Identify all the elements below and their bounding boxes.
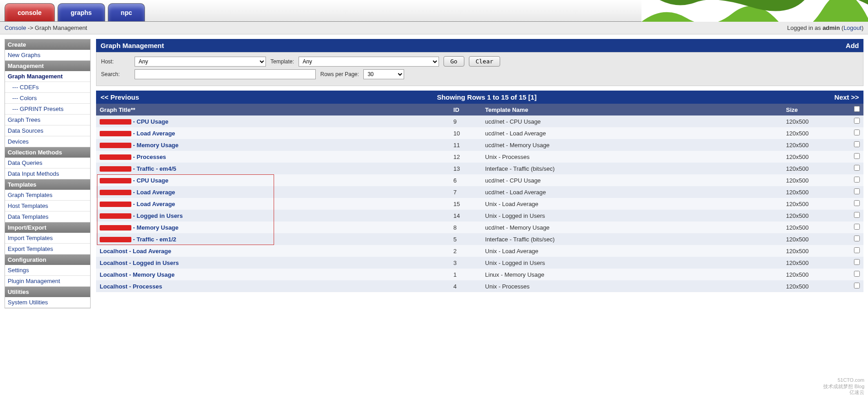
table-row: - Traffic - em1/25Interface - Traffic (b… xyxy=(96,233,863,245)
row-checkbox[interactable] xyxy=(854,177,860,183)
graph-title-link[interactable]: - Traffic - em1/2 xyxy=(100,236,176,243)
redacted-hostname xyxy=(100,154,131,160)
table-row: - Load Average15Unix - Load Average120x5… xyxy=(96,198,863,210)
graph-title-link[interactable]: Localhost - Processes xyxy=(100,283,162,290)
tab-graphs[interactable]: graphs xyxy=(58,3,105,21)
go-button[interactable]: Go xyxy=(444,56,464,67)
logout-link[interactable]: Logout xyxy=(844,24,862,31)
login-user: admin xyxy=(823,24,840,31)
graph-id: 15 xyxy=(450,198,482,210)
breadcrumb-leaf: Graph Management xyxy=(35,24,87,31)
clear-button[interactable]: Clear xyxy=(469,56,500,67)
tab-console[interactable]: console xyxy=(5,3,55,21)
sidebar-item[interactable]: Data Templates xyxy=(5,212,90,222)
sidebar-item[interactable]: --- Colors xyxy=(5,93,90,104)
graph-size: 120x500 xyxy=(782,163,850,174)
row-checkbox[interactable] xyxy=(854,212,860,218)
table-row: Localhost - Memory Usage1Linux - Memory … xyxy=(96,269,863,280)
graph-id: 14 xyxy=(450,210,482,221)
graph-title-link[interactable]: - Logged in Users xyxy=(100,212,183,219)
table-row: - CPU Usage9ucd/net - CPU Usage120x500 xyxy=(96,115,863,127)
sidebar-item[interactable]: Export Templates xyxy=(5,244,90,255)
graph-title-link[interactable]: Localhost - Memory Usage xyxy=(100,271,174,278)
graph-template: Unix - Load Average xyxy=(482,245,782,257)
graph-size: 120x500 xyxy=(782,269,850,280)
sidebar-item[interactable]: --- CDEFs xyxy=(5,82,90,93)
breadcrumb: Console -> Graph Management xyxy=(5,24,87,31)
row-checkbox[interactable] xyxy=(854,200,860,206)
rows-label: Rows per Page: xyxy=(320,71,359,77)
template-select[interactable]: Any xyxy=(299,57,439,67)
filter-bar: Host: Any Template: Any Go Clear Search:… xyxy=(96,52,863,86)
sidebar-item[interactable]: Data Queries xyxy=(5,158,90,168)
row-checkbox[interactable] xyxy=(854,188,860,194)
host-select[interactable]: Any xyxy=(135,57,266,67)
add-link[interactable]: Add xyxy=(846,42,859,49)
sidebar-item[interactable]: Graph Trees xyxy=(5,115,90,125)
search-input[interactable] xyxy=(135,69,316,79)
row-checkbox[interactable] xyxy=(854,271,860,277)
tab-npc[interactable]: npc xyxy=(108,3,145,21)
table-row: - Logged in Users14Unix - Logged in User… xyxy=(96,210,863,221)
graph-title-link[interactable]: - Load Average xyxy=(100,189,175,196)
graph-template: ucd/net - CPU Usage xyxy=(482,174,782,186)
sidebar-item[interactable]: Import Templates xyxy=(5,233,90,244)
top-tab-bar: console graphs npc xyxy=(0,0,868,22)
graph-size: 120x500 xyxy=(782,257,850,269)
col-size[interactable]: Size xyxy=(782,104,850,115)
col-template[interactable]: Template Name xyxy=(482,104,782,115)
row-checkbox[interactable] xyxy=(854,165,860,171)
sidebar-item[interactable]: Data Sources xyxy=(5,125,90,136)
sidebar-item[interactable]: Host Templates xyxy=(5,201,90,212)
row-checkbox[interactable] xyxy=(854,153,860,159)
graph-title-link[interactable]: Localhost - Logged in Users xyxy=(100,260,179,266)
sidebar-item[interactable]: Settings xyxy=(5,265,90,276)
graph-template: Unix - Processes xyxy=(482,280,782,292)
breadcrumb-console[interactable]: Console xyxy=(5,24,26,31)
graph-title-link[interactable]: Localhost - Load Average xyxy=(100,248,171,255)
sidebar-item[interactable]: --- GPRINT Presets xyxy=(5,104,90,115)
graph-title-link[interactable]: - Traffic - em4/5 xyxy=(100,165,176,172)
rows-per-page-select[interactable]: 30 xyxy=(363,69,404,79)
sidebar-item[interactable]: Plugin Management xyxy=(5,276,90,287)
row-checkbox[interactable] xyxy=(854,118,860,124)
row-checkbox[interactable] xyxy=(854,283,860,288)
redacted-hostname xyxy=(100,131,131,136)
sidebar-header: Configuration xyxy=(5,255,90,265)
row-checkbox[interactable] xyxy=(854,141,860,147)
graph-title-link[interactable]: - CPU Usage xyxy=(100,118,169,125)
panel-title: Graph Management xyxy=(101,42,164,49)
row-checkbox[interactable] xyxy=(854,224,860,230)
sidebar-item[interactable]: System Utilities xyxy=(5,297,90,308)
graph-id: 13 xyxy=(450,163,482,174)
graph-id: 10 xyxy=(450,127,482,139)
sidebar-item[interactable]: New Graphs xyxy=(5,50,90,61)
graph-size: 120x500 xyxy=(782,186,850,198)
pager-showing: Showing Rows 1 to 15 of 15 [1] xyxy=(437,93,536,101)
sidebar-item[interactable]: Data Input Methods xyxy=(5,168,90,179)
graph-template: ucd/net - Load Average xyxy=(482,186,782,198)
row-checkbox[interactable] xyxy=(854,259,860,265)
graph-title-link[interactable]: - CPU Usage xyxy=(100,177,169,184)
table-row: - Load Average10ucd/net - Load Average12… xyxy=(96,127,863,139)
prev-page-link[interactable]: << Previous xyxy=(101,93,139,101)
redacted-hostname xyxy=(100,190,131,195)
next-page-link[interactable]: Next >> xyxy=(834,93,859,101)
col-id[interactable]: ID xyxy=(450,104,482,115)
graph-size: 120x500 xyxy=(782,139,850,151)
graph-id: 4 xyxy=(450,280,482,292)
sidebar-item[interactable]: Devices xyxy=(5,136,90,147)
graph-size: 120x500 xyxy=(782,127,850,139)
graph-title-link[interactable]: - Processes xyxy=(100,154,166,160)
graph-title-link[interactable]: - Memory Usage xyxy=(100,224,178,231)
graph-title-link[interactable]: - Load Average xyxy=(100,201,175,207)
row-checkbox[interactable] xyxy=(854,247,860,253)
graph-title-link[interactable]: - Memory Usage xyxy=(100,142,178,149)
sidebar-item[interactable]: Graph Management xyxy=(5,71,90,82)
sidebar-item[interactable]: Graph Templates xyxy=(5,190,90,201)
select-all-checkbox[interactable] xyxy=(854,106,860,112)
row-checkbox[interactable] xyxy=(854,130,860,135)
graph-title-link[interactable]: - Load Average xyxy=(100,130,175,137)
col-title[interactable]: Graph Title** xyxy=(96,104,450,115)
row-checkbox[interactable] xyxy=(854,236,860,241)
